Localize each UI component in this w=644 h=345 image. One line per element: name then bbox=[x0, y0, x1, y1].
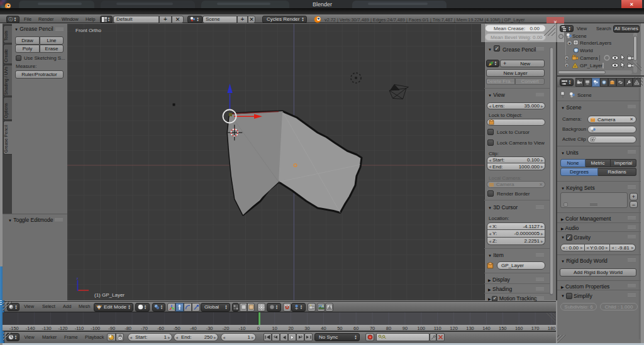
svg-text:100: 100 bbox=[418, 326, 426, 331]
svg-text:Front Ortho: Front Ortho bbox=[75, 28, 101, 33]
svg-text:-10: -10 bbox=[238, 326, 245, 331]
svg-text:40: 40 bbox=[321, 326, 326, 331]
svg-text:170: 170 bbox=[531, 326, 540, 331]
svg-text:-90: -90 bbox=[108, 326, 115, 331]
svg-text:-130: -130 bbox=[42, 326, 52, 331]
svg-text:-110: -110 bbox=[75, 326, 84, 331]
svg-text:10: 10 bbox=[272, 326, 277, 331]
svg-text:-30: -30 bbox=[206, 326, 213, 331]
svg-text:70: 70 bbox=[370, 326, 375, 331]
svg-text:80: 80 bbox=[386, 326, 391, 331]
svg-text:30: 30 bbox=[304, 326, 309, 331]
svg-text:140: 140 bbox=[482, 326, 491, 331]
svg-text:160: 160 bbox=[515, 326, 523, 331]
svg-text:-40: -40 bbox=[190, 326, 197, 331]
svg-text:(1) GP_Layer: (1) GP_Layer bbox=[94, 292, 125, 298]
svg-text:130: 130 bbox=[466, 326, 474, 331]
svg-text:150: 150 bbox=[499, 326, 507, 331]
svg-text:-120: -120 bbox=[58, 326, 67, 331]
svg-text:90: 90 bbox=[402, 326, 408, 331]
svg-text:-150: -150 bbox=[9, 326, 19, 331]
svg-text:20: 20 bbox=[288, 326, 293, 331]
svg-text:0: 0 bbox=[257, 326, 260, 331]
svg-text:-140: -140 bbox=[26, 326, 35, 331]
svg-text:-80: -80 bbox=[125, 326, 131, 331]
svg-text:z: z bbox=[77, 277, 79, 280]
svg-text:-60: -60 bbox=[157, 326, 164, 331]
svg-text:110: 110 bbox=[434, 326, 441, 331]
svg-text:120: 120 bbox=[450, 326, 458, 331]
svg-text:60: 60 bbox=[353, 326, 358, 331]
svg-text:50: 50 bbox=[337, 326, 342, 331]
svg-text:-100: -100 bbox=[91, 326, 100, 331]
svg-text:180: 180 bbox=[548, 326, 556, 331]
svg-text:-20: -20 bbox=[223, 326, 230, 331]
svg-text:-70: -70 bbox=[141, 326, 148, 331]
svg-text:-50: -50 bbox=[174, 326, 180, 331]
